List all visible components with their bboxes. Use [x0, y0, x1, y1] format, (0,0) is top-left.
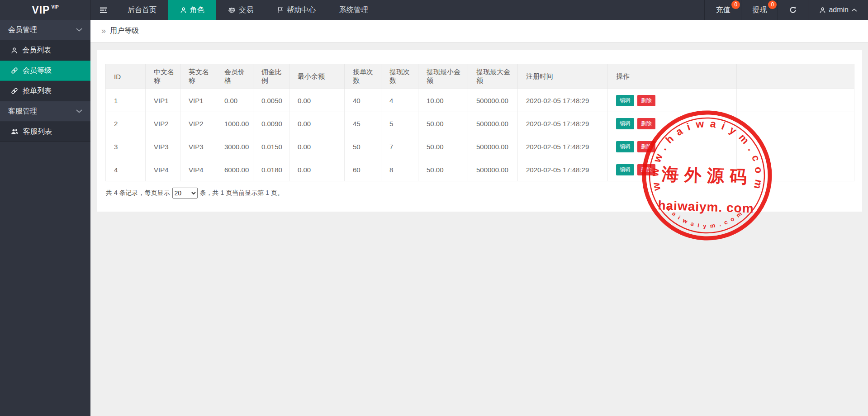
cell-commission: 0.0090 — [253, 112, 289, 135]
cell-en-name: VIP4 — [180, 158, 216, 181]
user-menu[interactable]: admin — [808, 0, 868, 20]
cell-order-count: 40 — [345, 89, 381, 112]
withdraw-label: 提现 — [752, 5, 767, 15]
cell-min-withdraw: 50.00 — [418, 135, 468, 158]
main-content: » 用户等级 ID 中文名称 英文名称 会员价格 佣金比例 最小余额 — [90, 20, 868, 416]
table-row: 1 VIP1 VIP1 0.00 0.0050 0.00 40 4 10.00 … — [106, 89, 854, 112]
cell-min-withdraw: 10.00 — [418, 89, 468, 112]
cell-commission: 0.0180 — [253, 158, 289, 181]
cell-price: 1000.00 — [216, 112, 253, 135]
recharge-badge: 0 — [731, 0, 740, 9]
user-icon — [11, 47, 18, 54]
sidebar-item-order-grab-list[interactable]: 抢单列表 — [0, 81, 90, 101]
cell-withdraw-count: 7 — [381, 135, 418, 158]
member-level-card: ID 中文名称 英文名称 会员价格 佣金比例 最小余额 接单次数 提现次数 提现… — [97, 50, 862, 212]
edit-button[interactable]: 编辑 — [616, 118, 634, 129]
sidebar-toggle-button[interactable] — [90, 0, 116, 20]
table-row: 3 VIP3 VIP3 3000.00 0.0150 0.00 50 7 50.… — [106, 135, 854, 158]
cell-id: 1 — [106, 89, 146, 112]
flag-icon — [277, 7, 284, 14]
pagination: 共 4 条记录，每页显示 20 条，共 1 页当前显示第 1 页。 — [106, 188, 854, 199]
col-header-register-time: 注册时间 — [518, 64, 608, 89]
cell-min-balance: 0.00 — [289, 158, 345, 181]
cell-cn-name: VIP3 — [146, 135, 180, 158]
edit-button[interactable]: 编辑 — [616, 141, 634, 152]
scales-icon — [228, 7, 236, 14]
cell-en-name: VIP2 — [180, 112, 216, 135]
tab-label: 帮助中心 — [287, 5, 316, 15]
withdraw-badge: 0 — [768, 0, 777, 9]
delete-button[interactable]: 删除 — [637, 141, 655, 152]
edit-button[interactable]: 编辑 — [616, 95, 634, 106]
sidebar-group-member-management[interactable]: 会员管理 — [0, 20, 90, 40]
tab-label: 后台首页 — [128, 5, 157, 15]
cell-register-time: 2020-02-05 17:48:29 — [518, 158, 608, 181]
sidebar-item-member-list[interactable]: 会员列表 — [0, 40, 90, 61]
cell-id: 2 — [106, 112, 146, 135]
cell-min-balance: 0.00 — [289, 135, 345, 158]
cell-commission: 0.0150 — [253, 135, 289, 158]
col-header-withdraw-count: 提现次数 — [381, 64, 418, 89]
col-header-cn-name: 中文名称 — [146, 64, 180, 89]
col-header-en-name: 英文名称 — [180, 64, 216, 89]
edit-button[interactable]: 编辑 — [616, 164, 634, 175]
cell-actions: 编辑删除 — [608, 135, 737, 158]
tab-system[interactable]: 系统管理 — [327, 0, 380, 20]
sidebar-group-service-management[interactable]: 客服管理 — [0, 101, 90, 122]
col-header-min-balance: 最小余额 — [289, 64, 345, 89]
tab-trade[interactable]: 交易 — [216, 0, 265, 20]
cell-register-time: 2020-02-05 17:48:29 — [518, 112, 608, 135]
users-icon — [11, 128, 19, 135]
logo-text: VIP — [32, 4, 50, 16]
sidebar-item-service-list[interactable]: 客服列表 — [0, 122, 90, 142]
recharge-button[interactable]: 充值 0 — [704, 0, 741, 20]
person-icon — [819, 7, 826, 14]
cell-register-time: 2020-02-05 17:48:29 — [518, 135, 608, 158]
sidebar-item-label: 会员等级 — [23, 66, 52, 76]
cell-id: 4 — [106, 158, 146, 181]
pagination-suffix: 条，共 1 页当前显示第 1 页。 — [200, 189, 284, 197]
tab-label: 系统管理 — [339, 5, 368, 15]
link-icon — [11, 87, 18, 95]
cell-max-withdraw: 500000.00 — [468, 158, 518, 181]
cell-cn-name: VIP4 — [146, 158, 180, 181]
recharge-label: 充值 — [716, 5, 730, 15]
cell-price: 6000.00 — [216, 158, 253, 181]
tab-dashboard[interactable]: 后台首页 — [116, 0, 168, 20]
cell-min-withdraw: 50.00 — [418, 158, 468, 181]
username: admin — [829, 6, 849, 14]
chevron-down-icon — [76, 109, 82, 113]
cell-order-count: 50 — [345, 135, 381, 158]
link-icon — [11, 67, 18, 74]
table-row: 4 VIP4 VIP4 6000.00 0.0180 0.00 60 8 50.… — [106, 158, 854, 181]
tab-roles[interactable]: 角色 — [168, 0, 216, 20]
table-header-row: ID 中文名称 英文名称 会员价格 佣金比例 最小余额 接单次数 提现次数 提现… — [106, 64, 854, 89]
delete-button[interactable]: 删除 — [637, 95, 655, 106]
col-header-actions: 操作 — [608, 64, 737, 89]
cell-actions: 编辑删除 — [608, 112, 737, 135]
cell-withdraw-count: 8 — [381, 158, 418, 181]
app-logo[interactable]: VIP VIP — [0, 0, 90, 20]
tab-label: 角色 — [190, 5, 204, 15]
page-size-select[interactable]: 20 — [172, 188, 198, 199]
tab-help-center[interactable]: 帮助中心 — [265, 0, 327, 20]
sidebar-item-member-level[interactable]: 会员等级 — [0, 61, 90, 81]
cell-withdraw-count: 4 — [381, 89, 418, 112]
cell-withdraw-count: 5 — [381, 112, 418, 135]
delete-button[interactable]: 删除 — [637, 164, 655, 175]
cell-actions: 编辑删除 — [608, 89, 737, 112]
cell-register-time: 2020-02-05 17:48:29 — [518, 89, 608, 112]
cell-max-withdraw: 500000.00 — [468, 135, 518, 158]
breadcrumb: » 用户等级 — [90, 20, 868, 43]
col-header-commission: 佣金比例 — [253, 64, 289, 89]
main-menu: 后台首页 角色 交易 帮助中心 系统管理 — [116, 0, 380, 20]
cell-id: 3 — [106, 135, 146, 158]
pagination-prefix: 共 4 条记录，每页显示 — [106, 189, 170, 197]
person-icon — [180, 7, 187, 14]
col-header-max-withdraw: 提现最大金额 — [468, 64, 518, 89]
cell-min-withdraw: 50.00 — [418, 112, 468, 135]
hamburger-icon — [100, 7, 107, 14]
delete-button[interactable]: 删除 — [637, 118, 655, 129]
refresh-button[interactable] — [778, 0, 808, 20]
withdraw-button[interactable]: 提现 0 — [741, 0, 778, 20]
